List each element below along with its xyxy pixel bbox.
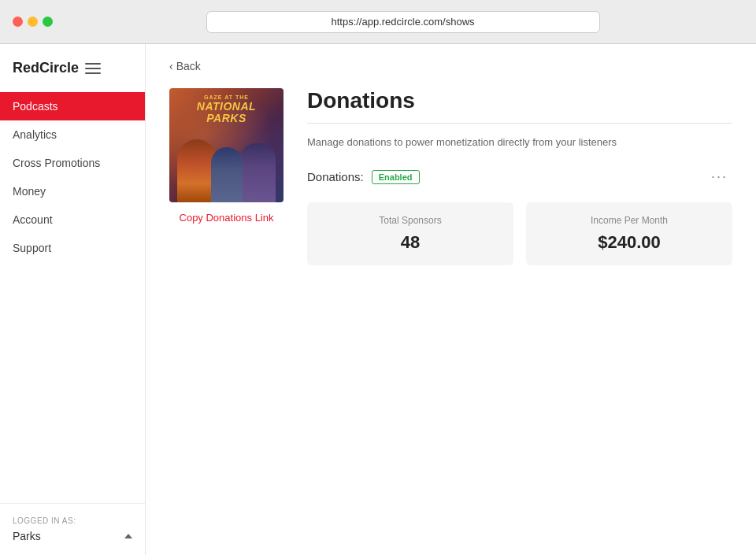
back-chevron-icon: ‹ xyxy=(169,60,173,72)
back-label: Back xyxy=(176,60,201,72)
minimize-button[interactable] xyxy=(28,17,38,27)
copy-donations-link[interactable]: Copy Donations Link xyxy=(169,212,284,224)
sidebar-item-cross-promotions[interactable]: Cross Promotions xyxy=(0,149,145,177)
back-link[interactable]: ‹ Back xyxy=(169,60,732,72)
chevron-up-icon xyxy=(124,534,132,538)
income-per-month-label: Income Per Month xyxy=(542,215,717,226)
address-bar[interactable]: https://app.redcircle.com/shows xyxy=(206,11,600,33)
logged-in-label: LOGGED IN AS: xyxy=(13,516,132,525)
sidebar-footer: LOGGED IN AS: Parks xyxy=(0,503,145,555)
sidebar-item-analytics[interactable]: Analytics xyxy=(0,120,145,149)
figure-right xyxy=(240,143,276,202)
donations-divider xyxy=(307,123,732,124)
sidebar-logo: RedCircle xyxy=(0,44,145,89)
income-per-month-card: Income Per Month $240.00 xyxy=(526,202,732,265)
podcast-cover: GAZE AT THE NATIONALPARKS WITH DUSTIN BA… xyxy=(169,88,284,202)
donations-title: Donations xyxy=(307,88,732,113)
traffic-lights xyxy=(13,17,53,27)
sidebar-item-support[interactable]: Support xyxy=(0,234,145,262)
sidebar-item-money[interactable]: Money xyxy=(0,177,145,205)
more-options-button[interactable]: ··· xyxy=(706,167,732,187)
total-sponsors-value: 48 xyxy=(323,232,498,253)
logged-in-user[interactable]: Parks xyxy=(13,530,132,542)
user-name: Parks xyxy=(13,530,41,542)
podcast-artwork: GAZE AT THE NATIONALPARKS WITH DUSTIN BA… xyxy=(169,88,284,224)
main-content: ‹ Back GAZE AT THE NATIONALPARKS WITH DU… xyxy=(146,44,756,555)
close-button[interactable] xyxy=(13,17,23,27)
cover-title-top: GAZE AT THE xyxy=(169,94,284,100)
sidebar-nav: Podcasts Analytics Cross Promotions Mone… xyxy=(0,89,145,265)
app-container: RedCircle Podcasts Analytics Cross Promo… xyxy=(0,44,756,555)
podcast-section: GAZE AT THE NATIONALPARKS WITH DUSTIN BA… xyxy=(169,88,732,265)
donations-row: Donations: Enabled ··· xyxy=(307,167,732,187)
sidebar: RedCircle Podcasts Analytics Cross Promo… xyxy=(0,44,146,555)
stats-row: Total Sponsors 48 Income Per Month $240.… xyxy=(307,202,732,265)
enabled-badge: Enabled xyxy=(372,170,420,184)
income-per-month-value: $240.00 xyxy=(542,232,717,253)
donations-label: Donations: xyxy=(307,170,364,183)
figure-center xyxy=(211,147,243,202)
sidebar-item-account[interactable]: Account xyxy=(0,205,145,234)
logo-text: RedCircle xyxy=(13,60,79,76)
browser-chrome: https://app.redcircle.com/shows xyxy=(0,0,756,44)
donations-description: Manage donations to power monetization d… xyxy=(307,136,732,148)
donations-panel: Donations Manage donations to power mone… xyxy=(307,88,732,265)
total-sponsors-card: Total Sponsors 48 xyxy=(307,202,513,265)
sidebar-item-podcasts[interactable]: Podcasts xyxy=(0,92,145,120)
total-sponsors-label: Total Sponsors xyxy=(323,215,498,226)
cover-title-main: NATIONALPARKS xyxy=(169,101,284,125)
hamburger-icon[interactable] xyxy=(85,63,101,74)
maximize-button[interactable] xyxy=(43,17,53,27)
